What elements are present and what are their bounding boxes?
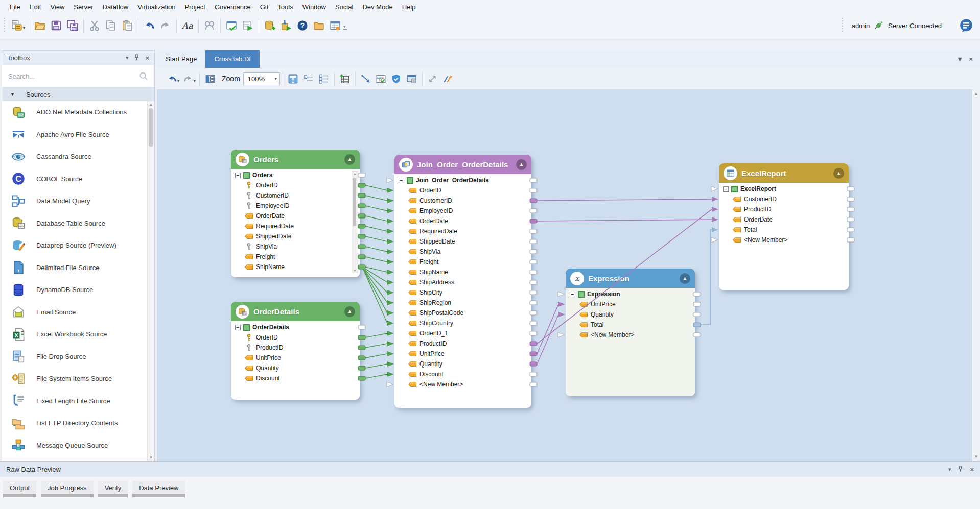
toolbox-item-file-drop-source[interactable]: File Drop Source (2, 346, 154, 368)
node-header[interactable]: OrderDetails▲ (231, 302, 360, 321)
field-row-EmployeeID[interactable]: EmployeeID (231, 201, 360, 211)
node-scrollbar[interactable]: ▲▼ (352, 171, 358, 273)
field-row-OrderID[interactable]: OrderID (231, 180, 360, 190)
node-orders[interactable]: Orders▲−OrdersOrderIDCustomerIDEmployeeI… (231, 150, 360, 277)
menu-governance[interactable]: Governance (210, 1, 255, 13)
bottom-tab-data-preview[interactable]: Data Preview (132, 481, 185, 497)
menu-dev-mode[interactable]: Dev Mode (358, 1, 397, 13)
sources-section-header[interactable]: ▼ Sources (2, 87, 154, 102)
field-row-NewMember[interactable]: <New Member> (394, 379, 531, 390)
save-all-button[interactable] (64, 17, 81, 34)
menu-dataflow[interactable]: Dataflow (98, 1, 133, 13)
collapse-expander-icon[interactable]: − (399, 178, 404, 183)
menu-git[interactable]: Git (255, 1, 273, 13)
toolbox-item-apache-avro-file-source[interactable]: Apache Avro File Source (2, 124, 154, 146)
toolbox-item-delimited-file-source[interactable]: ,Delimited File Source (2, 257, 154, 279)
tab-start-page[interactable]: Start Page (157, 50, 205, 68)
field-row-ShippedDate[interactable]: ShippedDate (394, 236, 531, 247)
collapse-expander-icon[interactable]: − (570, 292, 575, 297)
dataflow-canvas[interactable]: Orders▲−OrdersOrderIDCustomerIDEmployeeI… (157, 89, 972, 461)
field-row-NewMember[interactable]: <New Member> (719, 235, 849, 245)
new-dropdown-caret[interactable]: ▾ (23, 26, 25, 30)
field-row-Total[interactable]: Total (719, 225, 849, 235)
verify-data-button[interactable]: 0100110 (374, 71, 389, 86)
field-row-RequiredDate[interactable]: RequiredDate (394, 226, 531, 236)
menu-virtualization[interactable]: Virtualization (133, 1, 180, 13)
toolbox-close-icon[interactable]: × (145, 54, 149, 62)
find-button[interactable] (201, 17, 218, 34)
node-root-row[interactable]: −Orders (231, 170, 360, 180)
undo-dropdown-caret[interactable]: ▾ (177, 79, 179, 83)
db-add-button[interactable] (262, 17, 278, 34)
node-header[interactable]: Join_Order_OrderDetails▲ (394, 155, 531, 174)
field-row-Freight[interactable]: Freight (394, 257, 531, 267)
node-header[interactable]: ExcelReport▲ (719, 163, 849, 183)
autosize-button[interactable] (286, 71, 301, 86)
node-orderdetails[interactable]: OrderDetails▲−OrderDetailsOrderIDProduct… (231, 302, 360, 400)
bottom-tab-output[interactable]: Output (3, 481, 36, 497)
field-row-ShipCity[interactable]: ShipCity (394, 287, 531, 298)
field-row-ShipVia[interactable]: ShipVia (394, 247, 531, 257)
field-row-Quantity[interactable]: Quantity (231, 363, 360, 373)
field-row-CustomerID[interactable]: CustomerID (719, 194, 849, 204)
field-row-Quantity[interactable]: Quantity (566, 309, 695, 320)
toolbox-scrollbar[interactable]: ▲ ▼ (147, 101, 154, 461)
folder-open-button[interactable] (311, 17, 327, 34)
node-join[interactable]: Join_Order_OrderDetails▲−Join_Order_Orde… (394, 155, 531, 408)
field-row-ShipCountry[interactable]: ShipCountry (394, 318, 531, 328)
field-row-ProductID[interactable]: ProductID (231, 343, 360, 353)
field-row-Total[interactable]: Total (566, 320, 695, 330)
document-close-icon[interactable]: × (969, 55, 973, 63)
canvas-vertical-scrollbar[interactable]: ▲ ▼ (972, 89, 980, 461)
preview-button[interactable] (202, 71, 218, 86)
bottom-tab-job-progress[interactable]: Job Progress (41, 481, 94, 497)
toolbox-item-list-ftp-directory-contents[interactable]: List FTP Directory Contents (2, 412, 154, 434)
grid-add-button[interactable] (337, 71, 353, 86)
field-row-OrderID[interactable]: OrderID (231, 332, 360, 343)
menu-project[interactable]: Project (180, 1, 209, 13)
node-root-row[interactable]: −Join_Order_OrderDetails (394, 175, 531, 185)
collapse-node-button[interactable]: ▲ (344, 306, 355, 317)
field-row-ShipAddress[interactable]: ShipAddress (394, 277, 531, 287)
field-row-OrderDate[interactable]: OrderDate (231, 211, 360, 221)
field-row-ShipRegion[interactable]: ShipRegion (394, 298, 531, 308)
field-row-ShipVia[interactable]: ShipVia (231, 241, 360, 252)
resize-button[interactable] (425, 71, 440, 86)
deploy-button[interactable] (278, 17, 294, 34)
menu-tools[interactable]: Tools (273, 1, 297, 13)
field-row-RequiredDate[interactable]: RequiredDate (231, 221, 360, 231)
collapse-node-button[interactable]: ▲ (516, 159, 527, 170)
toolbox-item-file-system-items-source[interactable]: File System Items Source (2, 368, 154, 390)
field-row-CustomerID[interactable]: CustomerID (394, 196, 531, 206)
field-row-UnitPrice[interactable]: UnitPrice (566, 299, 695, 309)
toolbox-dropdown-icon[interactable]: ▾ (126, 55, 129, 61)
schedule-button[interactable] (327, 17, 343, 34)
menu-help[interactable]: Help (398, 1, 421, 13)
toolbox-item-excel-workbook-source[interactable]: XExcel Workbook Source (2, 323, 154, 346)
node-expression[interactable]: xExpression▲−ExpressionUnitPriceQuantity… (566, 269, 695, 396)
menu-view[interactable]: View (45, 1, 69, 13)
field-row-ProductID[interactable]: ProductID (394, 338, 531, 349)
toolbar-overflow-icon[interactable]: ▾▔ (343, 24, 347, 34)
toolbox-pin-icon[interactable] (133, 54, 140, 62)
node-header[interactable]: Orders▲ (231, 150, 360, 169)
toolbar-grip[interactable] (3, 18, 6, 33)
cut-button[interactable] (86, 17, 103, 34)
field-row-Quantity[interactable]: Quantity (394, 359, 531, 369)
field-row-Discount[interactable]: Discount (394, 369, 531, 379)
verify-window-button[interactable] (223, 17, 240, 34)
field-row-ShipName[interactable]: ShipName (231, 262, 360, 272)
collapse-expander-icon[interactable]: − (723, 186, 729, 192)
field-row-ProductID[interactable]: ProductID (719, 204, 849, 214)
run-job-button[interactable] (240, 17, 256, 34)
field-row-Discount[interactable]: Discount (231, 373, 360, 383)
toolbox-item-dataprep-source-preview-[interactable]: Dataprep Source (Preview) (2, 234, 154, 257)
tab-crosstab-df[interactable]: CrossTab.Df (205, 50, 260, 68)
field-row-OrderDate[interactable]: OrderDate (719, 214, 849, 225)
field-row-Freight[interactable]: Freight (231, 252, 360, 262)
toolbox-item-cassandra-source[interactable]: Cassandra Source (2, 146, 154, 168)
menu-file[interactable]: File (5, 1, 25, 13)
toolbox-item-email-source[interactable]: Email Source (2, 301, 154, 324)
paste-button[interactable] (119, 17, 135, 34)
node-header[interactable]: xExpression▲ (566, 269, 695, 288)
